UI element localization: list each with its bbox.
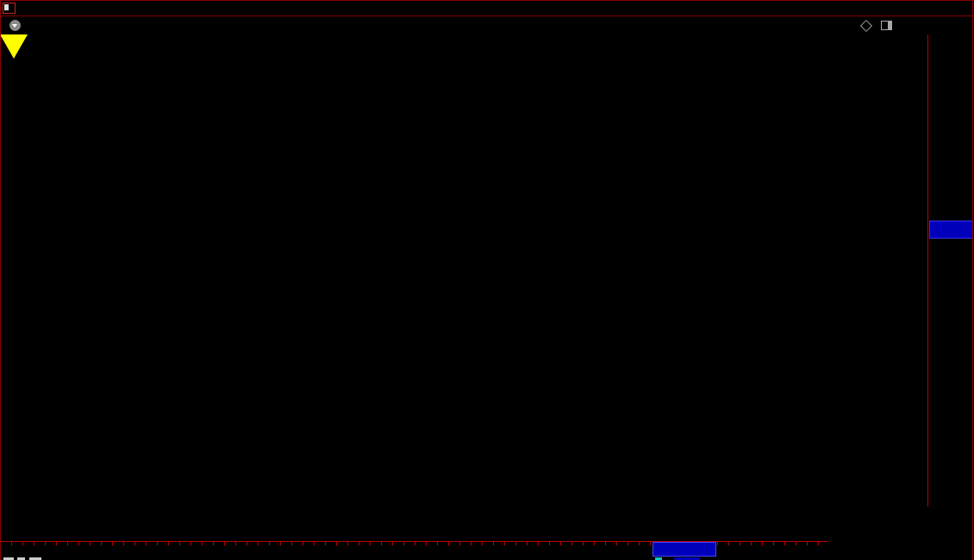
frame-right [972,0,973,560]
main-chart[interactable] [0,34,927,541]
title-right-icons [862,21,892,30]
split-panel-icon[interactable] [881,21,892,30]
collapse-circle-icon[interactable] [9,20,21,31]
period-menu-bar [0,0,974,16]
price-axis [927,34,973,541]
last-price-box [929,221,973,239]
watermark [828,507,973,560]
date-axis-ticks [0,542,972,545]
frame-left [0,0,1,560]
title-bar [0,16,974,34]
candlestick-canvas[interactable] [0,34,927,541]
diamond-icon[interactable] [860,19,872,31]
date-axis[interactable] [0,541,972,557]
trading-app-window: { "menu": { "items": [ {"label": "分时", "… [0,0,974,560]
frame-top [0,0,974,1]
sub-pane-sliver [0,557,972,560]
window-layout-icon[interactable] [3,3,16,14]
sell-signal-triangle-icon [0,34,28,59]
selected-date-box [652,542,716,557]
